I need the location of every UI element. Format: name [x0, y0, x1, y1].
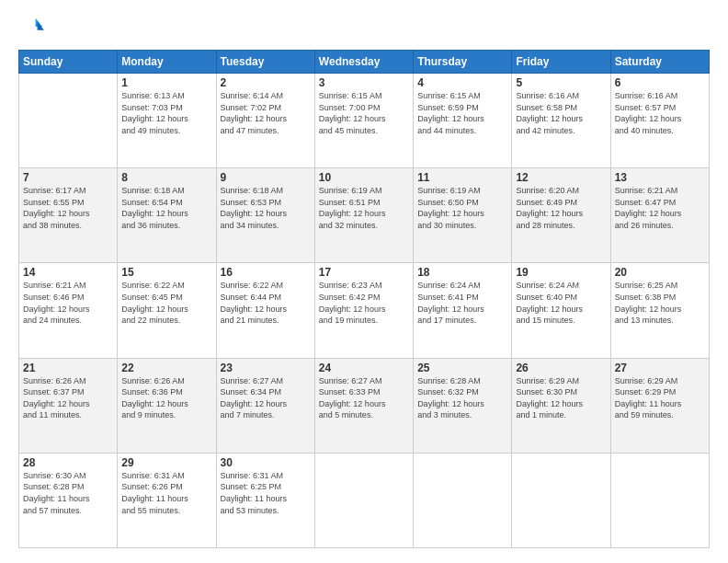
- day-number: 24: [319, 362, 409, 374]
- calendar-cell: 13Sunrise: 6:21 AM Sunset: 6:47 PM Dayli…: [610, 168, 709, 263]
- calendar-cell: [414, 453, 512, 547]
- day-number: 4: [417, 76, 507, 89]
- day-number: 26: [516, 362, 606, 374]
- calendar-cell: 18Sunrise: 6:24 AM Sunset: 6:41 PM Dayli…: [414, 263, 512, 358]
- calendar-cell: 23Sunrise: 6:27 AM Sunset: 6:34 PM Dayli…: [216, 358, 314, 453]
- day-info: Sunrise: 6:14 AM Sunset: 7:02 PM Dayligh…: [221, 90, 311, 136]
- calendar-cell: 22Sunrise: 6:26 AM Sunset: 6:36 PM Dayli…: [118, 358, 216, 453]
- day-info: Sunrise: 6:18 AM Sunset: 6:54 PM Dayligh…: [121, 185, 211, 231]
- day-info: Sunrise: 6:28 AM Sunset: 6:32 PM Dayligh…: [417, 375, 507, 421]
- calendar-cell: 17Sunrise: 6:23 AM Sunset: 6:42 PM Dayli…: [314, 263, 413, 358]
- calendar-week-row: 14Sunrise: 6:21 AM Sunset: 6:46 PM Dayli…: [19, 263, 710, 358]
- calendar-table: SundayMondayTuesdayWednesdayThursdayFrid…: [18, 50, 710, 548]
- day-number: 27: [615, 362, 705, 374]
- calendar-cell: 12Sunrise: 6:20 AM Sunset: 6:49 PM Dayli…: [512, 168, 610, 263]
- logo: [18, 15, 46, 40]
- day-info: Sunrise: 6:19 AM Sunset: 6:51 PM Dayligh…: [319, 185, 409, 231]
- page-header: [18, 15, 710, 40]
- day-number: 29: [121, 456, 211, 469]
- calendar-cell: 7Sunrise: 6:17 AM Sunset: 6:55 PM Daylig…: [19, 168, 118, 263]
- logo-icon: [18, 15, 44, 40]
- calendar-week-row: 21Sunrise: 6:26 AM Sunset: 6:37 PM Dayli…: [19, 358, 710, 453]
- day-info: Sunrise: 6:26 AM Sunset: 6:36 PM Dayligh…: [121, 375, 211, 421]
- day-number: 13: [615, 171, 705, 184]
- day-info: Sunrise: 6:22 AM Sunset: 6:45 PM Dayligh…: [121, 280, 211, 326]
- calendar-cell: 26Sunrise: 6:29 AM Sunset: 6:30 PM Dayli…: [512, 358, 610, 453]
- day-info: Sunrise: 6:24 AM Sunset: 6:41 PM Dayligh…: [417, 280, 507, 326]
- day-info: Sunrise: 6:27 AM Sunset: 6:33 PM Dayligh…: [319, 375, 409, 421]
- day-number: 22: [121, 362, 211, 374]
- calendar-week-row: 7Sunrise: 6:17 AM Sunset: 6:55 PM Daylig…: [19, 168, 710, 263]
- calendar-header-sunday: Sunday: [19, 51, 118, 74]
- calendar-cell: 4Sunrise: 6:15 AM Sunset: 6:59 PM Daylig…: [414, 74, 512, 168]
- day-number: 7: [23, 171, 113, 184]
- day-info: Sunrise: 6:13 AM Sunset: 7:03 PM Dayligh…: [121, 90, 211, 136]
- calendar-cell: [19, 74, 118, 168]
- calendar-header-thursday: Thursday: [414, 51, 512, 74]
- day-info: Sunrise: 6:26 AM Sunset: 6:37 PM Dayligh…: [23, 375, 113, 421]
- day-info: Sunrise: 6:19 AM Sunset: 6:50 PM Dayligh…: [417, 185, 507, 231]
- day-number: 12: [516, 171, 606, 184]
- calendar-cell: 1Sunrise: 6:13 AM Sunset: 7:03 PM Daylig…: [118, 74, 216, 168]
- day-number: 19: [516, 266, 606, 279]
- calendar-cell: 29Sunrise: 6:31 AM Sunset: 6:26 PM Dayli…: [118, 453, 216, 547]
- calendar-cell: [314, 453, 413, 547]
- day-info: Sunrise: 6:27 AM Sunset: 6:34 PM Dayligh…: [221, 375, 311, 421]
- day-number: 28: [23, 456, 113, 469]
- calendar-cell: 11Sunrise: 6:19 AM Sunset: 6:50 PM Dayli…: [414, 168, 512, 263]
- calendar-cell: 5Sunrise: 6:16 AM Sunset: 6:58 PM Daylig…: [512, 74, 610, 168]
- calendar-cell: 8Sunrise: 6:18 AM Sunset: 6:54 PM Daylig…: [118, 168, 216, 263]
- day-info: Sunrise: 6:23 AM Sunset: 6:42 PM Dayligh…: [319, 280, 409, 326]
- day-info: Sunrise: 6:15 AM Sunset: 6:59 PM Dayligh…: [417, 90, 507, 136]
- day-info: Sunrise: 6:18 AM Sunset: 6:53 PM Dayligh…: [221, 185, 311, 231]
- day-info: Sunrise: 6:29 AM Sunset: 6:30 PM Dayligh…: [516, 375, 606, 421]
- day-number: 8: [121, 171, 211, 184]
- calendar-cell: 24Sunrise: 6:27 AM Sunset: 6:33 PM Dayli…: [314, 358, 413, 453]
- day-number: 9: [221, 171, 311, 184]
- day-info: Sunrise: 6:25 AM Sunset: 6:38 PM Dayligh…: [615, 280, 705, 326]
- calendar-cell: 16Sunrise: 6:22 AM Sunset: 6:44 PM Dayli…: [216, 263, 314, 358]
- day-number: 17: [319, 266, 409, 279]
- calendar-cell: 21Sunrise: 6:26 AM Sunset: 6:37 PM Dayli…: [19, 358, 118, 453]
- day-info: Sunrise: 6:17 AM Sunset: 6:55 PM Dayligh…: [23, 185, 113, 231]
- day-info: Sunrise: 6:30 AM Sunset: 6:28 PM Dayligh…: [23, 470, 113, 516]
- calendar-cell: 6Sunrise: 6:16 AM Sunset: 6:57 PM Daylig…: [610, 74, 709, 168]
- day-info: Sunrise: 6:24 AM Sunset: 6:40 PM Dayligh…: [516, 280, 606, 326]
- calendar-cell: 30Sunrise: 6:31 AM Sunset: 6:25 PM Dayli…: [216, 453, 314, 547]
- day-number: 30: [221, 456, 311, 469]
- calendar-cell: 10Sunrise: 6:19 AM Sunset: 6:51 PM Dayli…: [314, 168, 413, 263]
- day-info: Sunrise: 6:31 AM Sunset: 6:25 PM Dayligh…: [221, 470, 311, 516]
- day-info: Sunrise: 6:21 AM Sunset: 6:46 PM Dayligh…: [23, 280, 113, 326]
- calendar-cell: 28Sunrise: 6:30 AM Sunset: 6:28 PM Dayli…: [19, 453, 118, 547]
- calendar-cell: 3Sunrise: 6:15 AM Sunset: 7:00 PM Daylig…: [314, 74, 413, 168]
- day-number: 14: [23, 266, 113, 279]
- day-number: 15: [121, 266, 211, 279]
- day-number: 16: [221, 266, 311, 279]
- calendar-week-row: 28Sunrise: 6:30 AM Sunset: 6:28 PM Dayli…: [19, 453, 710, 547]
- calendar-cell: 9Sunrise: 6:18 AM Sunset: 6:53 PM Daylig…: [216, 168, 314, 263]
- day-number: 5: [516, 76, 606, 89]
- day-info: Sunrise: 6:22 AM Sunset: 6:44 PM Dayligh…: [221, 280, 311, 326]
- day-number: 21: [23, 362, 113, 374]
- day-number: 11: [417, 171, 507, 184]
- calendar-header-friday: Friday: [512, 51, 610, 74]
- calendar-cell: 27Sunrise: 6:29 AM Sunset: 6:29 PM Dayli…: [610, 358, 709, 453]
- day-info: Sunrise: 6:16 AM Sunset: 6:58 PM Dayligh…: [516, 90, 606, 136]
- day-info: Sunrise: 6:20 AM Sunset: 6:49 PM Dayligh…: [516, 185, 606, 231]
- calendar-cell: 2Sunrise: 6:14 AM Sunset: 7:02 PM Daylig…: [216, 74, 314, 168]
- calendar-cell: 25Sunrise: 6:28 AM Sunset: 6:32 PM Dayli…: [414, 358, 512, 453]
- day-number: 18: [417, 266, 507, 279]
- day-info: Sunrise: 6:16 AM Sunset: 6:57 PM Dayligh…: [615, 90, 705, 136]
- day-number: 10: [319, 171, 409, 184]
- calendar-cell: 19Sunrise: 6:24 AM Sunset: 6:40 PM Dayli…: [512, 263, 610, 358]
- calendar-header-row: SundayMondayTuesdayWednesdayThursdayFrid…: [19, 51, 710, 74]
- day-number: 25: [417, 362, 507, 374]
- day-info: Sunrise: 6:21 AM Sunset: 6:47 PM Dayligh…: [615, 185, 705, 231]
- day-info: Sunrise: 6:15 AM Sunset: 7:00 PM Dayligh…: [319, 90, 409, 136]
- day-number: 23: [221, 362, 311, 374]
- calendar-cell: 20Sunrise: 6:25 AM Sunset: 6:38 PM Dayli…: [610, 263, 709, 358]
- calendar-header-monday: Monday: [118, 51, 216, 74]
- calendar-header-saturday: Saturday: [610, 51, 709, 74]
- day-number: 20: [615, 266, 705, 279]
- calendar-cell: [610, 453, 709, 547]
